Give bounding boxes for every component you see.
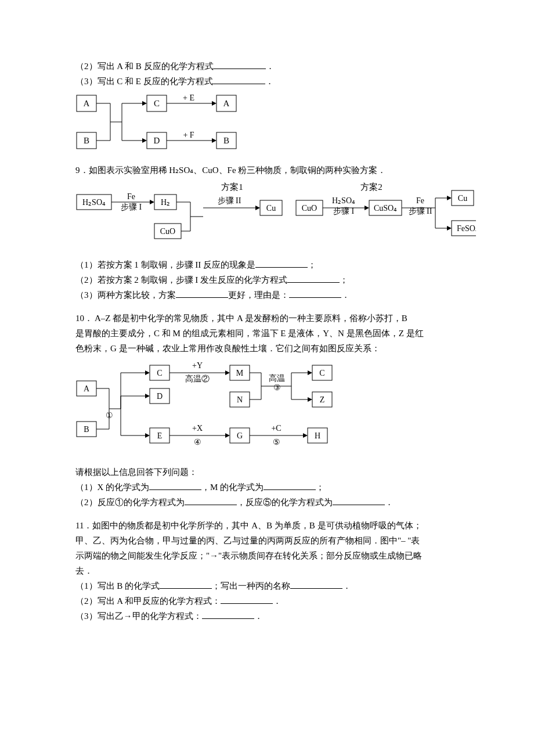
q8-p2: （2）写出 A 和 B 反应的化学方程式．: [75, 59, 459, 73]
q11-p1c: ．: [342, 581, 351, 591]
q9-plan1: 方案1: [221, 182, 243, 192]
q11-p1a: （1）写出 B 的化学式: [75, 581, 160, 591]
q10-plusC: +C: [271, 424, 281, 433]
q9-plan2: 方案2: [360, 182, 383, 192]
q9-Fe2: Fe: [416, 196, 424, 205]
q10-E: E: [157, 431, 163, 440]
q9-CuSO4: CuSO₄: [374, 204, 397, 213]
q9-p2: （2）若按方案 2 制取铜，步骤 I 发生反应的化学方程式；: [75, 273, 459, 287]
q8-plusF: + F: [183, 131, 194, 139]
q10-N: N: [237, 395, 243, 404]
q8-p2-text: （2）写出 A 和 B 反应的化学方程式: [75, 62, 214, 71]
q8-plusE: + E: [183, 93, 194, 102]
svg-marker-26: [145, 394, 150, 398]
q9-p1: （1）若按方案 1 制取铜，步骤 II 反应的现象是；: [75, 258, 459, 272]
q10-Z: Z: [320, 395, 325, 404]
q9-p2-text: （2）若按方案 2 制取铜，步骤 I 发生反应的化学方程式: [75, 275, 287, 285]
q10-p1c: ；: [316, 483, 324, 492]
q10-hi3a: 高温: [269, 374, 285, 383]
q10-H: H: [315, 431, 320, 440]
q11-l1: 11．如图中的物质都是初中化学所学的，其中 A、B 为单质，B 是可供动植物呼吸…: [75, 519, 459, 532]
q9-CuO2: CuO: [302, 204, 317, 213]
svg-marker-17: [365, 206, 369, 210]
svg-marker-34: [308, 370, 312, 375]
q10-five: ⑤: [273, 438, 280, 447]
svg-marker-35: [308, 397, 312, 402]
q11-p2-blank[interactable]: [221, 595, 273, 604]
q10-C: C: [157, 369, 162, 377]
q10-after: 请根据以上信息回答下列问题：: [75, 465, 459, 479]
q8-p2-period: ．: [266, 62, 275, 71]
q11-p1: （1）写出 B 的化学式；写出一种丙的名称．: [75, 579, 459, 593]
q8-p3: （3）写出 C 和 E 反应的化学方程式．: [75, 74, 459, 88]
q9-p3a: （3）两种方案比较，方案: [75, 290, 176, 300]
q9-Cu2: Cu: [458, 194, 467, 203]
q11-p2-text: （2）写出 A 和甲反应的化学方程式：: [75, 596, 221, 606]
q10-Cprime: C: [319, 369, 324, 377]
q10-four: ④: [194, 438, 201, 447]
svg-marker-38: [225, 433, 230, 438]
q9-H2: H₂: [161, 198, 170, 207]
q9-p3: （3）两种方案比较，方案更好，理由是：．: [75, 288, 459, 302]
q10-p2: （2）反应①的化学方程式为，反应⑤的化学方程式为．: [75, 495, 459, 509]
svg-marker-14: [255, 206, 260, 210]
q10-p2-blank1[interactable]: [185, 496, 237, 505]
svg-marker-19: [447, 196, 452, 200]
q11-p3-blank[interactable]: [202, 610, 254, 619]
q11-p2-period: ．: [273, 596, 282, 606]
q11-l3: 示两端的物之间能发生化学反应；"→"表示物质间存在转化关系；部分反应物或生成物已…: [75, 549, 459, 563]
q8-box-D: D: [154, 136, 160, 145]
q8-diagram: A B C D + E A + F B: [75, 93, 459, 155]
q10-p2a: （2）反应①的化学方程式为: [75, 498, 185, 507]
q8-p3-blank[interactable]: [213, 75, 265, 84]
q9-diagram: 方案1 方案2 H₂SO₄ Fe 步骤 I H₂ CuO 步骤 II Cu Cu…: [75, 182, 476, 250]
svg-marker-40: [303, 433, 308, 438]
svg-marker-11: [150, 200, 154, 204]
q8-box-Aright: A: [223, 99, 230, 108]
q10-p1-blank1[interactable]: [149, 481, 201, 490]
q8-box-C: C: [154, 99, 160, 108]
q10-hi2: 高温②: [185, 375, 210, 383]
q9-p3-blank1[interactable]: [176, 289, 228, 298]
q11-p2: （2）写出 A 和甲反应的化学方程式：．: [75, 594, 459, 608]
svg-marker-25: [145, 370, 150, 375]
q10-A: A: [84, 384, 90, 393]
q10-D: D: [157, 392, 163, 401]
q10-p2b: ，反应⑤的化学方程式为: [237, 498, 333, 507]
q8-p2-blank[interactable]: [214, 60, 266, 69]
q9-p3-blank2[interactable]: [289, 289, 341, 298]
svg-marker-8: [212, 138, 217, 143]
q11-p3-period: ．: [254, 611, 263, 621]
q10-B: B: [84, 425, 89, 434]
svg-marker-27: [145, 433, 150, 438]
q9-Cu1: Cu: [266, 204, 276, 213]
q10-p1-blank2[interactable]: [264, 481, 316, 490]
q10-intro2: 是胃酸的主要成分，C 和 M 的组成元素相同，常温下 E 是液体，Y、N 是黑色…: [75, 326, 459, 340]
q9-p3b: 更好，理由是：: [228, 290, 289, 300]
q9-p2-semi: ；: [340, 275, 348, 285]
q8-p3-period: ．: [265, 77, 274, 86]
q9-p3-period: ．: [341, 290, 350, 300]
q8-box-A: A: [84, 99, 90, 108]
q11-p3-text: （3）写出乙→甲的化学方程式：: [75, 611, 202, 621]
q10-p2c: ．: [385, 498, 394, 507]
q11-p1-blank1[interactable]: [160, 579, 212, 589]
svg-marker-2: [142, 101, 147, 106]
q10-G: G: [237, 431, 243, 440]
q10-p2-blank2[interactable]: [333, 496, 385, 505]
svg-marker-3: [142, 138, 147, 143]
q10-intro3: 色粉末，G 是一种碱，农业上常用作改良酸性土壤．它们之间有如图反应关系：: [75, 341, 459, 355]
q9-p1-blank[interactable]: [255, 258, 308, 268]
q8-box-Bright: B: [223, 136, 229, 145]
q9-FeSO4: FeSO₄: [457, 224, 476, 233]
q9-step1: 步骤 I: [121, 203, 142, 211]
q11-p1b: ；写出一种丙的名称: [212, 581, 290, 591]
svg-marker-31: [225, 370, 230, 375]
q10-p1: （1）X 的化学式为，M 的化学式为；: [75, 480, 459, 494]
q10-hi3b: ③: [273, 383, 281, 392]
q9-CuO1: CuO: [160, 227, 175, 236]
q9-p2-blank[interactable]: [287, 273, 340, 283]
q11-p1-blank2[interactable]: [290, 579, 342, 589]
q10-diagram: A B ① C D E +Y 高温② M N: [75, 360, 377, 457]
q10-plusY: +Y: [192, 361, 203, 370]
